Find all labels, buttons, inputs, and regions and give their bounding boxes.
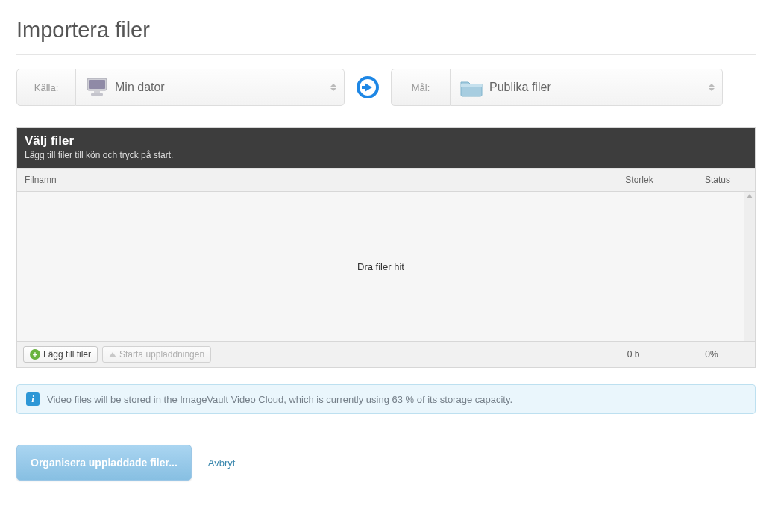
arrow-right-icon [355, 75, 380, 100]
upload-panel: Välj filer Lägg till filer till kön och … [16, 127, 756, 368]
actions-row: Organisera uppladdade filer... Avbryt [16, 445, 756, 481]
source-dest-row: Källa: Min dator [16, 69, 756, 106]
svg-rect-3 [91, 93, 103, 96]
page-title: Importera filer [16, 18, 756, 43]
svg-rect-2 [94, 91, 100, 93]
info-message: Video files will be stored in the ImageV… [47, 394, 512, 405]
info-icon: i [26, 392, 40, 406]
divider [16, 431, 756, 431]
svg-rect-7 [362, 86, 367, 89]
upload-footer: + Lägg till filer Starta uppladdningen 0… [17, 341, 755, 367]
drop-zone[interactable]: Dra filer hit [17, 192, 755, 341]
info-banner: i Video files will be stored in the Imag… [16, 384, 756, 414]
column-filename: Filnamn [17, 169, 598, 191]
sort-caret-icon [709, 84, 715, 91]
source-label: Källa: [16, 69, 76, 106]
dest-label: Mål: [391, 69, 451, 106]
drop-hint: Dra filer hit [357, 261, 404, 272]
start-upload-button[interactable]: Starta uppladdningen [102, 346, 211, 363]
source-picker: Källa: Min dator [16, 69, 345, 106]
organize-button[interactable]: Organisera uppladdade filer... [16, 445, 192, 481]
dest-value: Publika filer [489, 81, 551, 94]
upload-arrow-icon [109, 352, 116, 357]
sort-caret-icon [330, 84, 336, 91]
folder-icon [456, 78, 486, 97]
add-files-button[interactable]: + Lägg till filer [23, 346, 98, 363]
plus-icon: + [30, 349, 40, 360]
total-size: 0 b [592, 349, 674, 360]
upload-percent: 0% [674, 349, 749, 360]
upload-title: Välj filer [25, 134, 747, 148]
source-value: Min dator [115, 81, 165, 94]
add-files-label: Lägg till filer [43, 349, 91, 360]
svg-rect-8 [461, 84, 482, 87]
start-upload-label: Starta uppladdningen [119, 349, 204, 360]
computer-icon [82, 77, 112, 98]
upload-header: Välj filer Lägg till filer till kön och … [17, 128, 755, 168]
dest-select[interactable]: Publika filer [451, 69, 723, 106]
upload-subtitle: Lägg till filer till kön och tryck på st… [25, 150, 747, 160]
upload-columns: Filnamn Storlek Status [17, 168, 755, 192]
source-select[interactable]: Min dator [76, 69, 345, 106]
column-status: Status [680, 169, 755, 191]
dest-picker: Mål: Publika filer [391, 69, 723, 106]
column-size: Storlek [598, 169, 680, 191]
divider [16, 54, 756, 55]
svg-rect-1 [89, 80, 105, 89]
cancel-link[interactable]: Avbryt [208, 457, 236, 469]
